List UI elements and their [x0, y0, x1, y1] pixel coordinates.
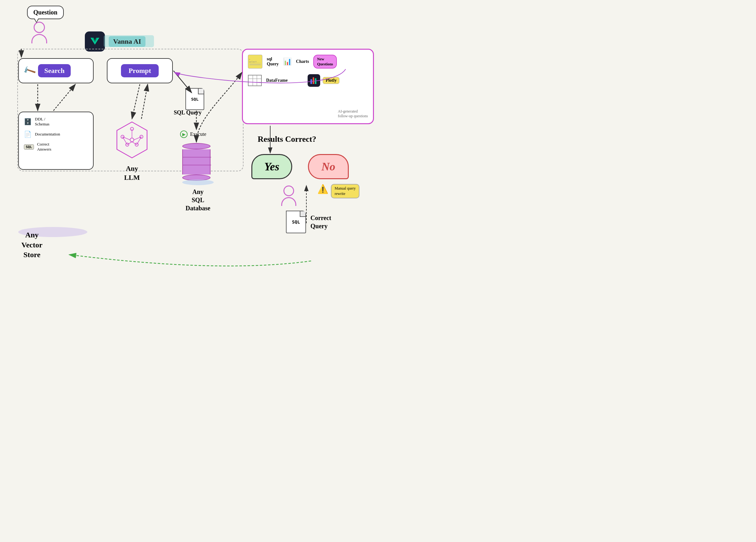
vanna-label: Vanna AI	[109, 36, 145, 47]
db-icon: 🗄️	[24, 118, 32, 125]
sql-query-label: SQL Query	[174, 109, 202, 116]
documentation-label: Documentation	[35, 132, 60, 137]
vanna-label-text: Vanna AI	[113, 37, 141, 45]
hammer-icon: 🔨	[22, 63, 37, 78]
execute-area: ▶ Execute	[180, 130, 206, 138]
svg-point-8	[130, 138, 134, 142]
search-box: 🔨 Search	[18, 58, 94, 83]
results-correct-label: Results Correct?	[258, 134, 316, 144]
ddl-label: DDL / Schemas	[35, 117, 49, 127]
svg-point-21	[310, 79, 312, 81]
play-icon: ▶	[180, 130, 188, 138]
llm-area: AnyLLM	[112, 119, 152, 182]
diagram: Question Vanna AI 🔨 Search Pro	[0, 0, 378, 271]
svg-rect-19	[313, 79, 314, 84]
plotly-label: Plotly	[323, 77, 339, 84]
person-body	[31, 34, 47, 43]
person-bottom-icon	[281, 185, 296, 206]
sql-badge-small: SQL	[24, 144, 34, 150]
results-box: > select... sql Query 📊 Charts New Quest…	[242, 49, 374, 124]
correct-answers-label: Correct Answers	[37, 142, 52, 152]
new-questions-bubble: New Questions	[313, 55, 337, 68]
documentation-item: 📄 Documentation	[24, 130, 88, 138]
manual-rewrite-bubble: Manual query rewrite	[331, 184, 359, 198]
yes-bubble: Yes	[251, 154, 292, 179]
person-head	[34, 22, 45, 33]
no-bubble: No	[308, 154, 349, 179]
svg-point-23	[315, 78, 316, 80]
person-question-area: Question	[9, 6, 64, 43]
charts-label: Charts	[296, 59, 309, 64]
results-row-2: DataFrame Plotly	[248, 74, 368, 87]
sql-database-label: AnySQLDatabase	[182, 188, 214, 212]
sql-query-result-label: sql Query	[267, 57, 279, 67]
vector-store-label: AnyVectorStore	[21, 230, 42, 260]
sql-database-area: AnySQLDatabase	[182, 143, 214, 212]
person-icon	[15, 22, 64, 43]
svg-point-22	[313, 77, 314, 79]
sql-doc-icon: SQL	[185, 88, 204, 110]
prompt-box: Prompt	[107, 58, 173, 83]
db-cylinder	[182, 143, 211, 181]
execute-label: Execute	[190, 131, 206, 137]
ddl-item: 🗄️ DDL / Schemas	[24, 117, 88, 127]
correct-answers-item: SQL Correct Answers	[24, 142, 88, 152]
vector-store-box: 🗄️ DDL / Schemas 📄 Documentation SQL Cor…	[18, 112, 94, 170]
warning-icon: ⚠️	[317, 184, 328, 194]
llm-label: AnyLLM	[112, 164, 152, 182]
question-bubble: Question	[27, 6, 64, 19]
sql-document-area: SQL	[185, 88, 204, 110]
plotly-icon	[308, 74, 320, 87]
sql-correct-area: SQL Correct Query	[286, 211, 331, 233]
svg-rect-20	[315, 79, 316, 84]
svg-rect-18	[310, 80, 312, 84]
doc-icon: 📄	[24, 130, 32, 138]
results-row-1: > select... sql Query 📊 Charts New Quest…	[248, 55, 368, 68]
db-highlight	[182, 179, 214, 185]
ai-generated-label: AI-generated follow-up questions	[338, 109, 368, 119]
dataframe-icon	[248, 75, 262, 86]
sql-query-icon: > select...	[248, 55, 262, 68]
question-label: Question	[33, 9, 58, 16]
db-body	[182, 149, 211, 174]
charts-icon: 📊	[283, 57, 292, 66]
correct-query-label: Correct Query	[310, 214, 331, 230]
prompt-label: Prompt	[121, 64, 159, 77]
search-label: Search	[38, 64, 71, 77]
sql-correct-doc: SQL	[286, 211, 306, 233]
dataframe-label: DataFrame	[266, 78, 288, 83]
db-top	[182, 143, 211, 149]
llm-hexagon-icon	[112, 119, 152, 160]
warning-area: ⚠️ Manual query rewrite	[317, 184, 359, 198]
